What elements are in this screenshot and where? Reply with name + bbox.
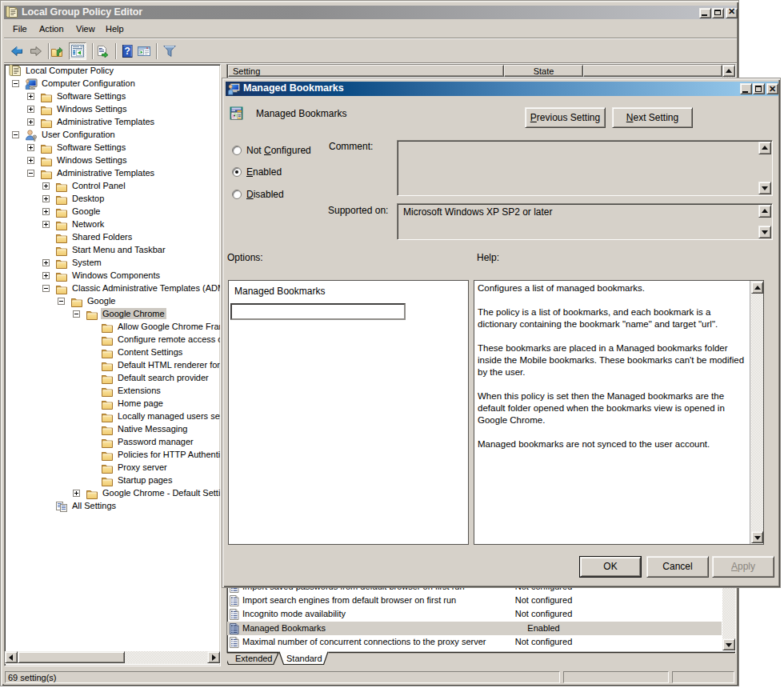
svg-text:Standard: Standard bbox=[286, 654, 322, 663]
svg-text:Extended: Extended bbox=[235, 654, 272, 663]
